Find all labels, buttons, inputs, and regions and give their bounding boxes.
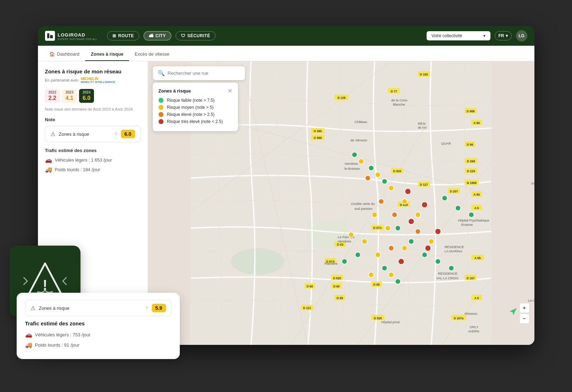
svg-text:D 988: D 988 bbox=[313, 136, 322, 140]
lang-chevron-icon: ▾ bbox=[506, 33, 508, 38]
year-badge-2022[interactable]: 2022 2.2 bbox=[45, 89, 60, 103]
score-box: ⚠ Zones à risque ? 6.0 bbox=[45, 126, 140, 142]
svg-text:A 86: A 86 bbox=[473, 193, 480, 196]
logo-text: LOGIROAD EXPERT SOFTWARE FOR ALL bbox=[58, 32, 97, 40]
floating-card: ⚠ Zones à risque ? 5.9 Trafic estimé des… bbox=[17, 293, 180, 359]
svg-text:D 07A: D 07A bbox=[373, 226, 382, 230]
svg-text:D 920: D 920 bbox=[333, 276, 341, 280]
svg-text:Hôpital privé: Hôpital privé bbox=[381, 320, 399, 324]
svg-point-130 bbox=[405, 189, 411, 195]
svg-text:RÉSI: RÉSI bbox=[418, 122, 426, 125]
collectivite-dropdown[interactable]: Votre collectivité ▾ bbox=[427, 31, 490, 40]
tab-zones-risque[interactable]: Zones à risque bbox=[85, 48, 129, 61]
year-badge-2024[interactable]: 2024 6.0 bbox=[79, 89, 94, 103]
legend-item-high: Risque élevé (note > 2.5) bbox=[159, 112, 232, 117]
svg-text:VAL LA CROIX: VAL LA CROIX bbox=[436, 276, 459, 280]
svg-text:A 6b: A 6b bbox=[474, 256, 481, 260]
svg-point-122 bbox=[368, 272, 374, 278]
legend-item-very-high: Risque très élevé (note < 2.5) bbox=[159, 119, 232, 124]
svg-point-110 bbox=[341, 259, 347, 264]
svg-text:La Cerisale: La Cerisale bbox=[528, 298, 534, 302]
warning-icon: ⚠ bbox=[50, 131, 55, 138]
zoom-out-button[interactable]: − bbox=[520, 314, 529, 324]
floating-help-icon[interactable]: ? bbox=[145, 306, 148, 311]
legend-item-low: Risque faible (note > 7.5) bbox=[159, 98, 232, 103]
traffic-section: Trafic estimé des zones 🚗 Véhicules lége… bbox=[45, 148, 140, 173]
svg-text:QUAR: QUAR bbox=[441, 141, 451, 145]
svg-text:le-Buisson: le-Buisson bbox=[344, 167, 360, 170]
svg-point-132 bbox=[408, 218, 414, 224]
svg-point-114 bbox=[402, 199, 407, 204]
search-bar[interactable]: 🔍 bbox=[153, 66, 245, 80]
svg-point-113 bbox=[388, 185, 394, 191]
tab-exces-vitesse[interactable]: Excès de vitesse bbox=[129, 48, 175, 61]
nav-route-button[interactable]: ⊞ ROUTE bbox=[107, 31, 139, 40]
svg-point-104 bbox=[422, 252, 427, 257]
legend-title: Zones à risque bbox=[159, 88, 191, 94]
svg-point-111 bbox=[358, 159, 363, 164]
legend-dot-orange bbox=[159, 112, 163, 117]
tabs-bar: 🏠 Dashboard Zones à risque Excès de vite… bbox=[38, 46, 534, 61]
svg-text:Château: Château bbox=[354, 120, 367, 124]
svg-point-100 bbox=[455, 206, 460, 211]
map-area[interactable]: D 165 D 77 D 128 H 385 D 988 D 988 A 86 bbox=[148, 61, 534, 345]
language-selector[interactable]: FR ▾ bbox=[495, 31, 512, 40]
svg-rect-0 bbox=[47, 33, 49, 38]
svg-rect-1 bbox=[50, 35, 53, 38]
partner-row: En partenariat avec MICHELIN MOBILITY IN… bbox=[45, 77, 140, 83]
data-note: Note issue des données de Août 2023 à Ao… bbox=[45, 107, 140, 111]
svg-point-131 bbox=[421, 202, 427, 208]
floating-truck-icon: 🚚 bbox=[25, 342, 32, 348]
nav-securite-button[interactable]: 🛡 SÉCURITÉ bbox=[176, 31, 216, 40]
legend-dot-yellow bbox=[159, 105, 163, 110]
svg-point-126 bbox=[378, 199, 384, 204]
svg-text:LA MARINA: LA MARINA bbox=[444, 249, 462, 253]
floating-score-value: 5.9 bbox=[152, 304, 166, 312]
svg-text:sud parisien: sud parisien bbox=[354, 207, 372, 211]
legend-close-button[interactable]: ✕ bbox=[228, 88, 232, 94]
svg-text:D 229: D 229 bbox=[467, 169, 475, 173]
svg-point-109 bbox=[355, 252, 360, 257]
navbar: LOGIROAD EXPERT SOFTWARE FOR ALL ⊞ ROUTE… bbox=[38, 26, 534, 46]
svg-text:de Vilmorin: de Vilmorin bbox=[350, 138, 367, 142]
legend-dot-red bbox=[159, 119, 163, 124]
floating-traffic-title: Trafic estimé des zones bbox=[25, 320, 171, 326]
tab-dashboard[interactable]: 🏠 Dashboard bbox=[44, 48, 85, 61]
traffic-item-trucks: 🚚 Poids lourds : 184 /jour bbox=[45, 166, 140, 173]
zoom-in-button[interactable]: + bbox=[520, 303, 529, 313]
nav-city-button[interactable]: 🏙 CITY bbox=[144, 31, 171, 40]
city-icon: 🏙 bbox=[149, 33, 154, 38]
svg-text:D 167: D 167 bbox=[466, 276, 474, 280]
user-avatar[interactable]: LG bbox=[516, 30, 527, 41]
svg-point-3 bbox=[231, 248, 284, 275]
svg-text:D 60: D 60 bbox=[306, 285, 313, 288]
michelin-logo: MICHELIN MOBILITY INTELLIGENCE bbox=[81, 77, 115, 83]
traffic-item-cars: 🚗 Véhicules légers : 1 653 /jour bbox=[45, 157, 140, 163]
year-badge-2023[interactable]: 2023 4.1 bbox=[62, 89, 77, 103]
svg-text:AVERN: AVERN bbox=[468, 329, 479, 333]
svg-point-124 bbox=[348, 232, 354, 237]
svg-point-112 bbox=[375, 172, 381, 177]
svg-point-121 bbox=[388, 272, 394, 278]
floating-car-icon: 🚗 bbox=[25, 331, 32, 338]
floating-warning-icon: ⚠ bbox=[30, 305, 35, 312]
legend-item-medium: Risque moyen (note > 5) bbox=[159, 105, 232, 110]
logo: LOGIROAD EXPERT SOFTWARE FOR ALL bbox=[45, 31, 97, 41]
floating-traffic-trucks: 🚚 Poids lourds : 91 /jour bbox=[25, 342, 171, 348]
home-icon: 🏠 bbox=[49, 51, 55, 57]
svg-point-125 bbox=[365, 175, 370, 181]
svg-point-99 bbox=[442, 195, 447, 201]
floating-score-box: ⚠ Zones à risque ? 5.9 bbox=[25, 300, 171, 316]
search-input[interactable] bbox=[168, 71, 240, 76]
svg-point-106 bbox=[382, 265, 387, 271]
shield-icon: 🛡 bbox=[181, 33, 185, 38]
svg-text:Patinière: Patinière bbox=[324, 262, 337, 265]
svg-text:Blanche: Blanche bbox=[393, 102, 405, 106]
svg-text:D 60: D 60 bbox=[333, 285, 339, 288]
svg-text:D 207: D 207 bbox=[450, 190, 458, 193]
svg-point-118 bbox=[402, 246, 407, 251]
svg-text:D 127: D 127 bbox=[420, 183, 428, 186]
help-icon[interactable]: ? bbox=[115, 131, 117, 137]
svg-text:D 128: D 128 bbox=[337, 96, 345, 100]
svg-point-105 bbox=[435, 259, 440, 264]
